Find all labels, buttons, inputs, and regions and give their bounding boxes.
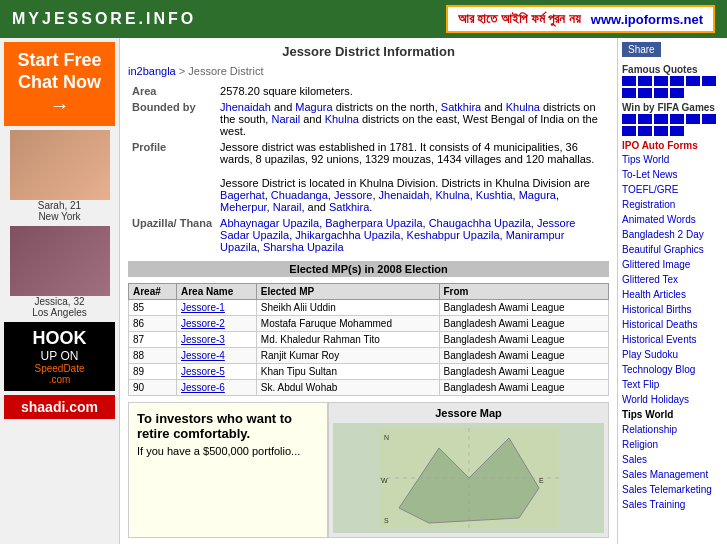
right-sidebar-link[interactable]: Play Sudoku <box>622 347 723 362</box>
bagherpara-link[interactable]: Bagherpara Upazila <box>325 217 422 229</box>
kushtia-link[interactable]: Kushtia <box>476 189 513 201</box>
main-content: Jessore District Information in2bangla >… <box>120 38 617 544</box>
share-button[interactable]: Share <box>622 42 661 57</box>
right-sidebar-link[interactable]: Technology Blog <box>622 362 723 377</box>
cell-party: Bangladesh Awami League <box>439 348 609 364</box>
chuadanga-link[interactable]: Chuadanga <box>271 189 328 201</box>
right-links-container: Tips WorldTo-Let NewsTOEFL/GRE Registrat… <box>622 152 723 512</box>
right-sidebar-link[interactable]: Religion <box>622 437 723 452</box>
shaadi-ad[interactable]: shaadi.com <box>4 395 115 419</box>
ad-text: আর হাতে আইপি ফর্ম পুরন নয় <box>458 11 581 27</box>
hookup-ad[interactable]: HOOK UP ON SpeedDate.com <box>4 322 115 391</box>
right-sidebar-link[interactable]: Glittered Tex <box>622 272 723 287</box>
right-sidebar-link[interactable]: Sales Management <box>622 467 723 482</box>
right-sidebar-link[interactable]: Sales <box>622 452 723 467</box>
cell-party: Bangladesh Awami League <box>439 364 609 380</box>
right-sidebar-link[interactable]: Sales Telemarketing <box>622 482 723 497</box>
right-sidebar-link[interactable]: Tips World <box>622 152 723 167</box>
hookup-line1: HOOK <box>10 328 109 349</box>
right-sidebar-link[interactable]: Text Flip <box>622 377 723 392</box>
narail2-link[interactable]: Narail <box>273 201 302 213</box>
cell-area-name[interactable]: Jessore-1 <box>176 300 256 316</box>
satkhira2-link[interactable]: Satkhira <box>329 201 369 213</box>
khulna3-link[interactable]: Khulna <box>435 189 469 201</box>
info-table: Area 2578.20 square kilometers. Bounded … <box>128 83 609 255</box>
profile-text1: Jessore district was established in 1781… <box>220 141 594 165</box>
cell-area: 88 <box>129 348 177 364</box>
right-sidebar-link[interactable]: To-Let News <box>622 167 723 182</box>
khulna2-link[interactable]: Khulna <box>325 113 359 125</box>
right-sidebar-link[interactable]: Health Articles <box>622 287 723 302</box>
jhenaidah2-link[interactable]: Jhenaidah <box>379 189 430 201</box>
ad-banner[interactable]: আর হাতে আইপি ফর্ম পুরন নয় www.ipoforms.… <box>446 5 715 33</box>
jhikargachha-link[interactable]: Jhikargachha Upazila <box>295 229 400 241</box>
table-row: 89 Jessore-5 Khan Tipu Sultan Bangladesh… <box>129 364 609 380</box>
profile-label: Profile <box>128 139 216 215</box>
cell-area-name[interactable]: Jessore-5 <box>176 364 256 380</box>
magura-link[interactable]: Magura <box>295 101 332 113</box>
site-title[interactable]: MYJESSORE.INFO <box>12 10 196 28</box>
cell-area: 86 <box>129 316 177 332</box>
invest-title: To investors who want to retire comforta… <box>137 411 319 441</box>
map-box: Jessore Map N S E W <box>328 402 609 538</box>
bagerhat-link[interactable]: Bagerhat <box>220 189 265 201</box>
cell-area-name[interactable]: Jessore-2 <box>176 316 256 332</box>
cell-party: Bangladesh Awami League <box>439 316 609 332</box>
sharsha-link[interactable]: Sharsha Upazila <box>263 241 344 253</box>
table-row: 87 Jessore-3 Md. Khaledur Rahman Tito Ba… <box>129 332 609 348</box>
cell-area-name[interactable]: Jessore-3 <box>176 332 256 348</box>
right-sidebar-link[interactable]: Bangladesh 2 Day <box>622 227 723 242</box>
right-sidebar-link[interactable]: Tips World <box>622 407 723 422</box>
profile-text: Jessore district was established in 1781… <box>216 139 609 215</box>
page-title: Jessore District Information <box>128 44 609 59</box>
cell-area-name[interactable]: Jessore-4 <box>176 348 256 364</box>
cell-party: Bangladesh Awami League <box>439 300 609 316</box>
right-sidebar-link[interactable]: Glittered Image <box>622 257 723 272</box>
magura2-link[interactable]: Magura <box>519 189 556 201</box>
jhenaidah-link[interactable]: Jhenaidah <box>220 101 271 113</box>
right-sidebar-link[interactable]: Relationship <box>622 422 723 437</box>
table-row: 86 Jessore-2 Mostafa Faruque Mohammed Ba… <box>129 316 609 332</box>
famous-quotes-title: Famous Quotes <box>622 64 723 75</box>
right-sidebar-link[interactable]: Historical Deaths <box>622 317 723 332</box>
khulna-link[interactable]: Khulna <box>506 101 540 113</box>
right-sidebar-link[interactable]: Historical Events <box>622 332 723 347</box>
bounded-text: Jhenaidah and Magura districts on the no… <box>216 99 609 139</box>
hookup-line3: SpeedDate.com <box>10 363 109 385</box>
abhaynagar-link[interactable]: Abhaynagar Upazila <box>220 217 319 229</box>
svg-text:W: W <box>381 477 388 484</box>
right-sidebar-link[interactable]: World Holidays <box>622 392 723 407</box>
satkhira-link[interactable]: Satkhira <box>441 101 481 113</box>
cell-mp: Khan Tipu Sultan <box>256 364 439 380</box>
table-row: 88 Jessore-4 Ranjit Kumar Roy Bangladesh… <box>129 348 609 364</box>
right-sidebar-link[interactable]: Historical Births <box>622 302 723 317</box>
profile-name-2: Jessica, 32 <box>4 296 115 307</box>
meherpur-link[interactable]: Meherpur <box>220 201 266 213</box>
keshabpur-link[interactable]: Keshabpur Upazila <box>407 229 500 241</box>
cell-area: 89 <box>129 364 177 380</box>
cell-area: 85 <box>129 300 177 316</box>
col-mp: Elected MP <box>256 284 439 300</box>
chat-button[interactable]: Start Free Chat Now → <box>4 42 115 126</box>
breadcrumb-parent[interactable]: in2bangla <box>128 65 176 77</box>
breadcrumb: in2bangla > Jessore District <box>128 65 609 77</box>
profile-card-2: Jessica, 32 Los Angeles <box>4 226 115 318</box>
right-sidebar: Share Famous Quotes Win by FIFA Games IP… <box>617 38 727 544</box>
right-sidebar-link[interactable]: Sales Training <box>622 497 723 512</box>
profile-name-1: Sarah, 21 <box>4 200 115 211</box>
right-sidebar-link[interactable]: TOEFL/GRE Registration <box>622 182 723 212</box>
cell-mp: Md. Khaledur Rahman Tito <box>256 332 439 348</box>
left-sidebar: Start Free Chat Now → Sarah, 21 New York… <box>0 38 120 544</box>
chat-arrow-icon: → <box>50 94 70 116</box>
jessore-link[interactable]: Jessore <box>334 189 373 201</box>
right-sidebar-link[interactable]: Animated Words <box>622 212 723 227</box>
win-fifa-title: Win by FIFA Games <box>622 102 723 113</box>
profile-image-1 <box>10 130 110 200</box>
right-sidebar-link[interactable]: Beautiful Graphics <box>622 242 723 257</box>
area-label: Area <box>128 83 216 99</box>
area-value: 2578.20 square kilometers. <box>216 83 609 99</box>
cell-area-name[interactable]: Jessore-6 <box>176 380 256 396</box>
cell-area: 90 <box>129 380 177 396</box>
chaugachha-link[interactable]: Chaugachha Upazila <box>429 217 531 229</box>
narail-link[interactable]: Narail <box>271 113 300 125</box>
